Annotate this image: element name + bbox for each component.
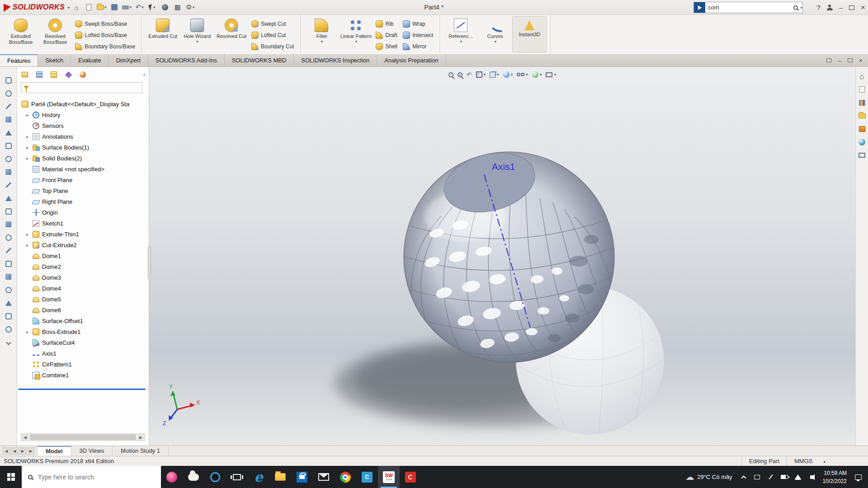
scroll-next-icon[interactable]: ▶ — [19, 447, 26, 455]
dimxpertmanager-tab[interactable] — [64, 70, 72, 79]
expand-arrow-icon[interactable]: ▸ — [26, 329, 33, 334]
doc-minimize-icon[interactable]: – — [838, 57, 841, 64]
displaymanager-tab[interactable] — [79, 70, 87, 79]
taskbar-search-input[interactable] — [38, 474, 156, 481]
pinned-app-button[interactable] — [400, 466, 421, 488]
tab-sketch[interactable]: Sketch — [38, 54, 71, 66]
apply-scene-button[interactable]: ▾ — [546, 72, 556, 77]
left-toolbar-icon[interactable] — [1, 179, 16, 191]
scroll-last-icon[interactable]: ▶ — [27, 447, 34, 455]
hole-wizard-dropdown-icon[interactable]: ▾ — [196, 39, 198, 44]
left-toolbar-icon[interactable] — [1, 258, 16, 270]
tab-analysis-preparation[interactable]: Analysis Preparation — [377, 54, 446, 66]
file-properties-button[interactable]: ▦ — [172, 2, 184, 13]
doc-restore-icon[interactable] — [848, 58, 853, 62]
previous-view-button[interactable]: ↶ — [467, 71, 472, 78]
boundary-boss-base-button[interactable]: Boundary Boss/Base — [72, 41, 138, 52]
brand-flyout-arrow-icon[interactable]: ▸ — [68, 5, 70, 9]
cortana-button[interactable] — [204, 466, 226, 488]
left-toolbar-icon[interactable] — [1, 192, 16, 204]
clock-widget[interactable]: 10:59 AM 10/2/2022 — [818, 469, 851, 485]
left-toolbar-icon[interactable] — [1, 74, 16, 86]
left-toolbar-icon[interactable] — [1, 231, 16, 244]
rebuild-button[interactable] — [159, 2, 171, 13]
print-dropdown-icon[interactable]: ▾ — [129, 5, 132, 9]
tree-item[interactable]: Dome6 — [17, 305, 148, 315]
linear-pattern-dropdown-icon[interactable]: ▾ — [355, 39, 358, 44]
tree-item[interactable]: Sensors — [17, 120, 148, 131]
home-tab-button[interactable]: ⌂ — [857, 71, 868, 82]
panel-splitter-handle[interactable] — [148, 246, 151, 279]
tab-3d-views[interactable]: 3D Views — [71, 446, 113, 456]
tree-item[interactable]: Surface-Offset1 — [17, 315, 148, 326]
select-button[interactable]: ▾ — [146, 2, 158, 13]
tab-motion-study-1[interactable]: Motion Study 1 — [113, 446, 169, 456]
file-explorer-button[interactable] — [857, 110, 868, 121]
store-button[interactable] — [291, 466, 313, 488]
solidworks-taskbar-button[interactable]: SW2018 — [378, 466, 400, 488]
tray-overflow-button[interactable] — [737, 466, 750, 488]
graphics-area[interactable]: Axis1 X Y Z ↶ ▾ ▾ ▾ ▾ ▾ ▾ — [149, 67, 855, 446]
swept-cut-button[interactable]: Swept Cut — [249, 18, 297, 29]
left-toolbar-icon[interactable] — [1, 284, 16, 296]
left-toolbar-icon[interactable] — [1, 271, 16, 283]
toolbox-button[interactable] — [857, 123, 868, 134]
revolved-boss-base-button[interactable]: Revolved Boss/Base — [38, 16, 72, 52]
fillet-dropdown-icon[interactable]: ▾ — [321, 39, 323, 44]
doc-cascade-icon[interactable] — [826, 58, 831, 62]
expand-arrow-icon[interactable]: ▸ — [26, 145, 33, 150]
search-commands-icon[interactable] — [694, 2, 705, 13]
login-user-icon[interactable] — [827, 5, 833, 10]
tray-network-button[interactable] — [791, 466, 805, 488]
tree-item[interactable]: ▸Cut-Extrude2 — [17, 239, 148, 250]
undo-dropdown-icon[interactable]: ▾ — [142, 5, 144, 9]
search-box[interactable]: ▾ — [693, 2, 803, 13]
close-button[interactable]: × — [861, 3, 865, 12]
left-toolbar-icon[interactable] — [1, 297, 16, 309]
search-input[interactable] — [705, 4, 792, 11]
options-button[interactable]: ⚙▾ — [184, 2, 196, 13]
zoom-fit-button[interactable] — [448, 72, 453, 77]
left-toolbar-icon[interactable] — [1, 205, 16, 217]
tree-item[interactable]: SurfaceCut4 — [17, 337, 148, 348]
home-button[interactable]: ⌂ — [71, 2, 82, 13]
solidworks-resources-button[interactable] — [857, 84, 868, 95]
edge-button[interactable]: e — [248, 466, 269, 488]
expand-arrow-icon[interactable]: ▸ — [26, 156, 33, 161]
hide-show-items-button[interactable]: ▾ — [517, 72, 528, 77]
hole-wizard-button[interactable]: Hole Wizard ▾ — [180, 16, 214, 52]
maximize-button[interactable] — [849, 5, 854, 10]
tree-filter-input[interactable] — [32, 84, 140, 91]
pinned-app-button[interactable] — [183, 466, 204, 488]
tree-item[interactable]: Material <not specified> — [17, 164, 148, 174]
options-dropdown-icon[interactable]: ▾ — [193, 5, 195, 9]
tree-item[interactable]: Right Plane — [17, 196, 148, 207]
tree-item[interactable]: ▸History — [17, 109, 148, 120]
swept-boss-base-button[interactable]: Swept Boss/Base — [72, 18, 138, 29]
minimize-button[interactable]: – — [839, 4, 843, 11]
print-button[interactable]: ▾ — [121, 2, 133, 13]
left-toolbar-icon[interactable] — [1, 140, 16, 152]
taskbar-search[interactable] — [22, 466, 161, 488]
curves-button[interactable]: Curves ▾ — [478, 16, 512, 52]
left-toolbar-icon[interactable] — [1, 153, 16, 165]
tree-item[interactable]: ▸Surface Bodies(1) — [17, 142, 148, 153]
tree-item[interactable]: Dome4 — [17, 283, 148, 294]
display-style-button[interactable]: ▾ — [503, 71, 513, 78]
tree-item[interactable]: CirPattern1 — [17, 359, 148, 370]
tree-item[interactable]: Dome2 — [17, 261, 148, 272]
search-dropdown-icon[interactable]: ▾ — [800, 5, 802, 10]
left-toolbar-icon[interactable] — [1, 127, 16, 139]
tree-item[interactable]: Dome1 — [17, 250, 148, 261]
left-toolbar-icon[interactable] — [1, 323, 16, 335]
reference-dropdown-icon[interactable]: ▾ — [460, 39, 462, 44]
edit-appearance-button[interactable]: ▾ — [532, 71, 542, 78]
tab-solidworks-inspection[interactable]: SOLIDWORKS Inspection — [294, 54, 377, 66]
expand-arrow-icon[interactable]: ▸ — [26, 113, 33, 117]
section-view-button[interactable]: ▾ — [476, 71, 486, 78]
left-toolbar-icon[interactable] — [1, 310, 16, 322]
tree-item[interactable]: Top Plane — [17, 185, 148, 196]
scroll-right-icon[interactable]: ▶ — [137, 434, 145, 441]
open-button[interactable]: ▾ — [96, 2, 108, 13]
left-toolbar-icon[interactable] — [1, 244, 16, 257]
